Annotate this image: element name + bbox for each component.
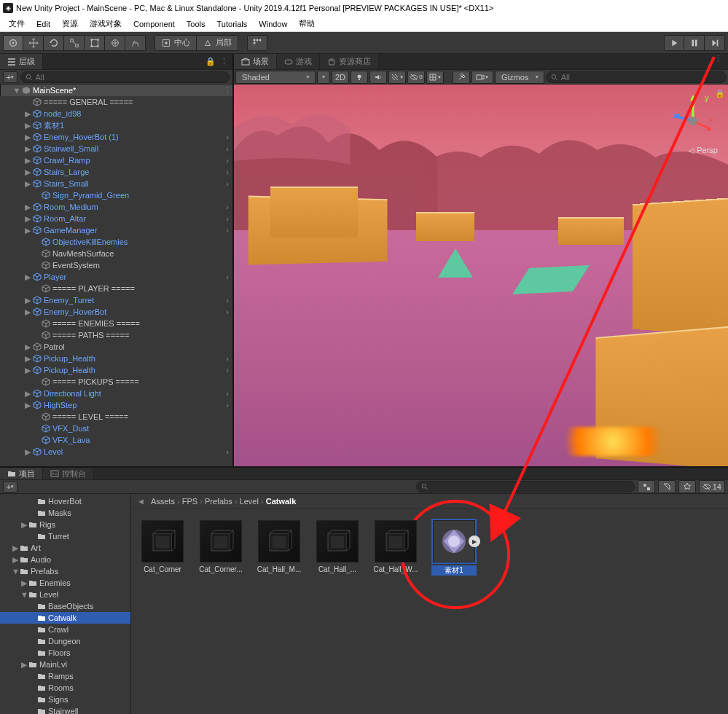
- folder-tree-item[interactable]: ▶MainLvl: [0, 659, 130, 670]
- console-tab[interactable]: 控制台: [43, 468, 94, 479]
- folder-tree-item[interactable]: ▶Rigs: [0, 519, 130, 530]
- project-tab[interactable]: 项目: [0, 468, 43, 479]
- folder-tree-item[interactable]: Signs: [0, 694, 130, 705]
- panel-menu-icon[interactable]: ⋮: [708, 54, 728, 69]
- menu-资源[interactable]: 资源: [56, 17, 84, 31]
- lock-icon[interactable]: 🔒: [715, 89, 725, 98]
- folder-tree-item[interactable]: Catwalk: [0, 612, 130, 624]
- hierarchy-item[interactable]: ===== PICKUPS =====: [0, 376, 232, 388]
- rect-tool[interactable]: [85, 35, 105, 51]
- create-dropdown[interactable]: +▾: [3, 71, 17, 83]
- scene-search-input[interactable]: [561, 73, 721, 82]
- menu-文件[interactable]: 文件: [3, 17, 31, 31]
- folder-tree-item[interactable]: ▶Audio: [0, 554, 130, 565]
- mode-2d-toggle[interactable]: 2D: [332, 71, 349, 84]
- menu-游戏对象[interactable]: 游戏对象: [84, 17, 128, 31]
- hierarchy-item[interactable]: ▶Enemy_Turret›: [0, 294, 232, 306]
- gizmos-dropdown[interactable]: Gizmos▼: [495, 71, 544, 84]
- hierarchy-tree[interactable]: ▼MainScene*⋮===== GENERAL =====▶node_id9…: [0, 85, 232, 466]
- folder-tree-item[interactable]: Crawl: [0, 624, 130, 635]
- folder-tree-item[interactable]: Rooms: [0, 682, 130, 694]
- folder-tree-item[interactable]: Dungeon: [0, 635, 130, 647]
- breadcrumb-item[interactable]: Assets: [151, 497, 175, 506]
- rotate-tool[interactable]: [44, 35, 64, 51]
- hierarchy-item[interactable]: ▶GameManager›: [0, 224, 232, 236]
- scene-tab[interactable]: 场景: [234, 54, 277, 69]
- menu-edit[interactable]: Edit: [31, 18, 56, 30]
- asset-item[interactable]: Cat_Corner...: [198, 520, 243, 573]
- hierarchy-item[interactable]: EventSystem: [0, 259, 232, 271]
- asset-item[interactable]: ▶素材1: [431, 520, 477, 576]
- lighting-toggle[interactable]: [351, 71, 368, 84]
- hierarchy-item[interactable]: ===== PATHS =====: [0, 329, 232, 341]
- project-search-input[interactable]: [431, 482, 629, 491]
- folder-tree-item[interactable]: Floors: [0, 647, 130, 659]
- menu-tools[interactable]: Tools: [181, 18, 211, 30]
- fx-toggle[interactable]: ▼: [388, 71, 406, 84]
- orientation-gizmo[interactable]: y x z: [671, 93, 715, 146]
- menu-window[interactable]: Window: [253, 18, 293, 30]
- hierarchy-item[interactable]: ===== LEVEL =====: [0, 411, 232, 423]
- hierarchy-item[interactable]: NavMeshSurface: [0, 248, 232, 259]
- scene-root[interactable]: ▼MainScene*⋮: [0, 85, 232, 96]
- scene-viewport[interactable]: y x z ◁ Persp 🔒: [234, 85, 728, 466]
- hierarchy-item[interactable]: ▶Player›: [0, 271, 232, 283]
- snap-toggle[interactable]: [247, 35, 267, 51]
- asset-store-tab[interactable]: 资源商店: [320, 54, 379, 69]
- shading-extras-dropdown[interactable]: ▼: [317, 71, 330, 84]
- shading-mode-dropdown[interactable]: Shaded▼: [235, 71, 316, 84]
- hierarchy-item[interactable]: ▶Crawl_Ramp›: [0, 154, 232, 166]
- asset-item[interactable]: Cat_Hall_...: [315, 520, 360, 573]
- transform-tool[interactable]: [105, 35, 125, 51]
- folder-tree-item[interactable]: Stairwell: [0, 705, 130, 714]
- play-button[interactable]: [664, 35, 684, 51]
- hierarchy-item[interactable]: ===== GENERAL =====: [0, 96, 232, 108]
- create-dropdown[interactable]: +▾: [3, 481, 17, 493]
- menu-tutorials[interactable]: Tutorials: [211, 18, 254, 30]
- hierarchy-item[interactable]: ObjectiveKillEnemies: [0, 236, 232, 248]
- folder-tree-item[interactable]: ▼Prefabs: [0, 565, 130, 577]
- hierarchy-item[interactable]: ▶素材1: [0, 119, 232, 131]
- hidden-count[interactable]: 14: [699, 480, 725, 493]
- hierarchy-item[interactable]: ▶Room_Altar›: [0, 213, 232, 224]
- hierarchy-item[interactable]: VFX_Lava: [0, 434, 232, 446]
- asset-grid[interactable]: Cat_CornerCat_Corner...Cat_Hall_M...Cat_…: [131, 509, 728, 714]
- custom-tool[interactable]: [125, 35, 146, 51]
- search-by-type[interactable]: [638, 480, 655, 493]
- visibility-toggle[interactable]: 0: [407, 71, 425, 84]
- folder-tree-item[interactable]: BaseObjects: [0, 600, 130, 612]
- hierarchy-item[interactable]: ▶Pickup_Health›: [0, 353, 232, 364]
- hierarchy-item[interactable]: ▶Room_Medium›: [0, 201, 232, 213]
- breadcrumb-item[interactable]: FPS: [182, 497, 197, 506]
- breadcrumb-item[interactable]: Prefabs: [205, 497, 232, 506]
- hierarchy-item[interactable]: ▶Level›: [0, 446, 232, 458]
- hierarchy-item[interactable]: ▶Pickup_Health›: [0, 364, 232, 376]
- menu-帮助[interactable]: 帮助: [293, 17, 321, 31]
- hierarchy-item[interactable]: ===== ENEMIES =====: [0, 318, 232, 329]
- hierarchy-item[interactable]: ▶Enemy_HoverBot›: [0, 306, 232, 318]
- folder-tree-item[interactable]: HoverBot: [0, 495, 130, 507]
- hierarchy-item[interactable]: ▶Patrol: [0, 341, 232, 353]
- camera-dropdown[interactable]: ▼: [471, 71, 493, 84]
- save-search[interactable]: [678, 480, 696, 493]
- scene-search[interactable]: [546, 71, 727, 83]
- folder-tree-item[interactable]: Turret: [0, 530, 130, 542]
- folder-tree-item[interactable]: ▼Level: [0, 589, 130, 600]
- scale-tool[interactable]: [64, 35, 85, 51]
- game-tab[interactable]: 游戏: [277, 54, 320, 69]
- pivot-local-toggle[interactable]: 局部: [197, 35, 238, 51]
- folder-tree-item[interactable]: ▶Art: [0, 542, 130, 554]
- hierarchy-item[interactable]: ▶Stairs_Large›: [0, 166, 232, 178]
- hierarchy-item[interactable]: ▶Directional Light›: [0, 388, 232, 399]
- panel-menu-icon[interactable]: ⋮: [220, 57, 228, 66]
- hierarchy-search[interactable]: [20, 71, 230, 83]
- hierarchy-item[interactable]: ▶Enemy_HoverBot (1)›: [0, 131, 232, 143]
- hierarchy-item[interactable]: ▶node_id98: [0, 108, 232, 119]
- breadcrumb-item[interactable]: Level: [240, 497, 259, 506]
- project-folder-tree[interactable]: HoverBotMasks▶RigsTurret▶Art▶Audio▼Prefa…: [0, 494, 131, 714]
- breadcrumb-item[interactable]: Catwalk: [266, 497, 297, 506]
- hierarchy-item[interactable]: ▶Stairs_Small›: [0, 178, 232, 189]
- hierarchy-item[interactable]: VFX_Dust: [0, 423, 232, 434]
- pause-button[interactable]: [684, 35, 705, 51]
- back-icon[interactable]: ◄: [137, 497, 145, 506]
